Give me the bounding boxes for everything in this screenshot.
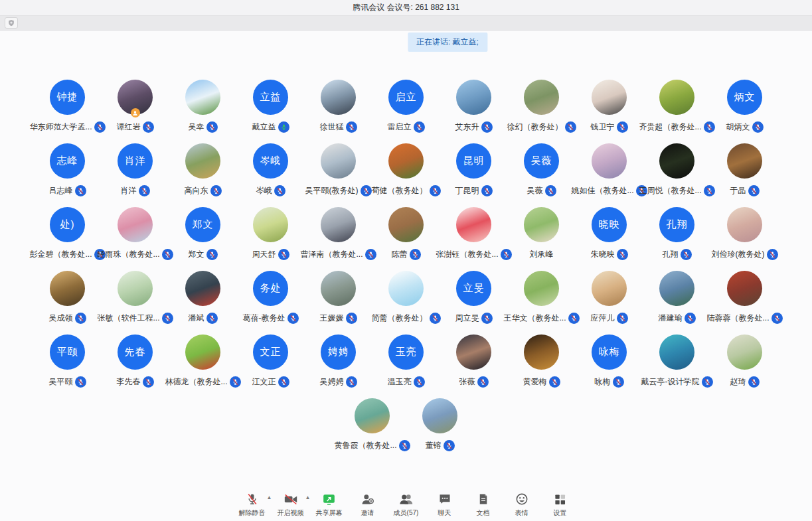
participant-avatar[interactable]: 岑峨 [253, 143, 288, 179]
participant-cell[interactable]: 文正江文正 [237, 330, 305, 394]
participant-avatar[interactable] [185, 335, 220, 370]
participant-cell[interactable]: 王华文（教务处... [508, 266, 576, 330]
participant-cell[interactable]: 谭红岩 [102, 75, 169, 139]
participant-avatar[interactable]: 咏梅 [592, 335, 627, 370]
participant-cell[interactable]: 吴幸 [169, 75, 237, 139]
participant-cell[interactable]: 姚如佳（教务处... [576, 139, 643, 202]
participant-cell[interactable]: 曹泽南（教务处... [305, 202, 372, 266]
toolbar-chat-button[interactable]: 聊天 [430, 492, 459, 518]
participant-avatar[interactable]: 炳文 [727, 80, 762, 115]
participant-cell[interactable]: 吴平颐(教务处) [305, 139, 372, 202]
participant-cell[interactable]: 郑文郑文 [169, 202, 237, 266]
participant-cell[interactable]: 董镕 [406, 394, 474, 457]
participant-avatar[interactable] [388, 143, 424, 179]
participant-avatar[interactable] [355, 398, 390, 433]
participant-cell[interactable]: 刘俭珍(教务处) [711, 202, 779, 266]
participant-cell[interactable]: 王周悦（教务处... [643, 139, 711, 202]
participant-cell[interactable]: 黄爱梅 [508, 330, 576, 394]
toolbar-settings-button[interactable]: 设置 [546, 492, 575, 518]
participant-avatar[interactable]: 昆明 [456, 143, 491, 179]
participant-avatar[interactable]: 平颐 [50, 335, 85, 370]
toolbar-mic-muted-button[interactable]: ▲解除静音 [238, 492, 267, 518]
participant-avatar[interactable] [253, 207, 288, 242]
participant-cell[interactable]: 经雨珠（教务处... [102, 202, 169, 266]
participant-avatar[interactable] [185, 271, 220, 306]
toolbar-emoji-button[interactable]: 表情 [507, 492, 536, 518]
participant-avatar[interactable] [524, 335, 559, 370]
participant-cell[interactable]: 林德龙（教务处... [169, 330, 237, 394]
participant-cell[interactable]: 平颐吴平颐 [34, 330, 102, 394]
participant-avatar[interactable] [118, 80, 153, 115]
participant-cell[interactable]: 潘斌 [169, 266, 237, 330]
participant-cell[interactable]: 处)彭金碧（教务处... [34, 202, 102, 266]
participant-avatar[interactable]: 晓映 [592, 207, 627, 242]
participant-cell[interactable]: 张敏（软件工程... [102, 266, 169, 330]
participant-avatar[interactable] [185, 143, 220, 179]
participant-cell[interactable]: 戴云亭-设计学院 [643, 330, 711, 394]
participant-avatar[interactable]: 先春 [118, 335, 153, 370]
participant-avatar[interactable] [592, 143, 627, 179]
participant-cell[interactable]: 孔翔孔翔 [643, 202, 711, 266]
participant-avatar[interactable] [456, 80, 491, 115]
participant-avatar[interactable]: 志峰 [50, 143, 85, 179]
participant-avatar[interactable] [727, 207, 762, 242]
participant-avatar[interactable]: 启立 [388, 80, 424, 115]
participant-avatar[interactable]: 立益 [253, 80, 288, 115]
participant-avatar[interactable] [321, 271, 356, 306]
toolbar-share-screen-button[interactable]: 共享屏幕 [315, 492, 344, 518]
participant-cell[interactable]: 立旻周立旻 [440, 266, 508, 330]
participant-avatar[interactable] [727, 335, 762, 370]
security-shield-button[interactable] [5, 17, 18, 29]
participant-cell[interactable]: 荀健（教务处） [372, 139, 440, 202]
participant-avatar[interactable] [727, 271, 762, 306]
participant-avatar[interactable]: 肖洋 [118, 143, 153, 179]
participant-avatar[interactable]: 吴薇 [524, 143, 559, 179]
participant-avatar[interactable] [321, 143, 356, 179]
participant-cell[interactable]: 徐幻（教务处） [508, 75, 576, 139]
participant-avatar[interactable] [727, 143, 762, 179]
participant-avatar[interactable]: 玉亮 [388, 335, 424, 370]
participant-cell[interactable]: 张薇 [440, 330, 508, 394]
participant-avatar[interactable] [185, 80, 220, 115]
participant-avatar[interactable]: 钟捷 [50, 80, 85, 115]
participant-cell[interactable]: 玉亮温玉亮 [372, 330, 440, 394]
participant-cell[interactable]: 炳文胡炳文 [711, 75, 779, 139]
participant-avatar[interactable] [50, 271, 85, 306]
participant-cell[interactable]: 赵琦 [711, 330, 779, 394]
toolbar-document-button[interactable]: 文档 [469, 492, 498, 518]
participant-cell[interactable]: 岑峨岑峨 [237, 139, 305, 202]
participant-cell[interactable]: 吴薇吴薇 [508, 139, 576, 202]
participant-avatar[interactable] [659, 271, 694, 306]
participant-cell[interactable]: 启立雷启立 [372, 75, 440, 139]
participant-avatar[interactable] [118, 271, 153, 306]
participant-cell[interactable]: 黄鲁霞（教务处... [339, 394, 406, 457]
participant-cell[interactable]: 咏梅咏梅 [576, 330, 643, 394]
toolbar-members-button[interactable]: 成员(57) [392, 492, 421, 518]
participant-cell[interactable]: 吴成领 [34, 266, 102, 330]
participant-avatar[interactable] [524, 207, 559, 242]
participant-avatar[interactable] [524, 80, 559, 115]
participant-cell[interactable]: 于晶 [711, 139, 779, 202]
participant-cell[interactable]: 陈蕾 [372, 202, 440, 266]
participant-avatar[interactable] [388, 207, 424, 242]
participant-cell[interactable]: 应萍儿 [576, 266, 643, 330]
participant-cell[interactable]: 立益戴立益 [237, 75, 305, 139]
participant-avatar[interactable] [321, 207, 356, 242]
participant-avatar[interactable]: 立旻 [456, 271, 491, 306]
participant-cell[interactable]: 张澍钰（教务处... [440, 202, 508, 266]
caret-up-icon[interactable]: ▲ [305, 495, 311, 500]
participant-cell[interactable]: 昆明丁昆明 [440, 139, 508, 202]
participant-cell[interactable]: 徐世猛 [305, 75, 372, 139]
participant-avatar[interactable] [592, 271, 627, 306]
participant-cell[interactable]: 志峰吕志峰 [34, 139, 102, 202]
participant-avatar[interactable] [321, 80, 356, 115]
participant-avatar[interactable] [659, 80, 694, 115]
participant-cell[interactable]: 晓映朱晓映 [576, 202, 643, 266]
participant-avatar[interactable]: 处) [50, 207, 85, 242]
participant-cell[interactable]: 陆蓉蓉（教务处... [711, 266, 779, 330]
participant-avatar[interactable]: 郑文 [185, 207, 220, 242]
participant-avatar[interactable]: 孔翔 [659, 207, 694, 242]
participant-avatar[interactable] [456, 207, 491, 242]
participant-cell[interactable]: 简薷（教务处） [372, 266, 440, 330]
participant-cell[interactable]: 周天舒 [237, 202, 305, 266]
